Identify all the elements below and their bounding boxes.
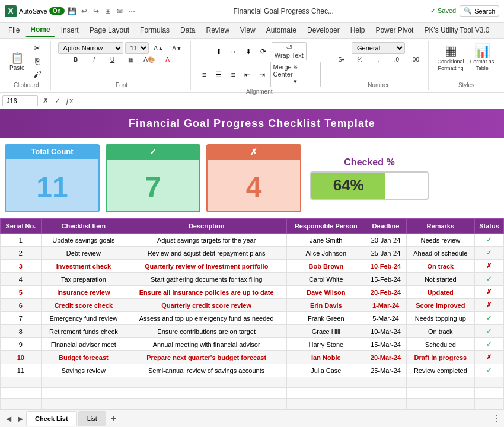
toolbar-icons: 💾 ↩ ↪ ⊞ ✉ ⋯ — [67, 6, 137, 17]
percent-btn[interactable]: % — [352, 55, 368, 64]
cell-1: Insurance review — [41, 286, 126, 299]
conditional-formatting-button[interactable]: ▦ Conditional Formatting — [436, 42, 465, 73]
status-cell: ✓ — [474, 364, 503, 377]
dollar-btn[interactable]: $▾ — [333, 55, 350, 64]
align-left-btn[interactable]: ≡ — [198, 69, 210, 80]
menu-powerpivot[interactable]: Power Pivot — [371, 24, 418, 36]
menu-formulas[interactable]: Formulas — [135, 24, 174, 36]
sheet-tab-list[interactable]: List — [78, 411, 106, 426]
cell-2: Adjust savings targets for the year — [126, 234, 287, 247]
insert-function-icon[interactable]: ƒx — [64, 95, 75, 106]
group-clipboard: 📋 Paste ✂ ⎘ 🖌 Clipboard — [2, 41, 51, 90]
confirm-formula-icon[interactable]: ✓ — [52, 95, 63, 106]
menu-insert[interactable]: Insert — [56, 24, 84, 36]
font-family-select[interactable]: Aptos Narrow — [58, 42, 123, 54]
conditional-format-icon: ▦ — [445, 43, 457, 59]
status-check-icon: ✓ — [486, 236, 492, 243]
empty-row — [1, 377, 504, 388]
decimal-dec-btn[interactable]: .00 — [407, 55, 423, 64]
cell-0: 3 — [1, 260, 42, 273]
menu-data[interactable]: Data — [176, 24, 200, 36]
format-painter-button[interactable]: 🖌 — [29, 68, 46, 80]
status-cell: ✓ — [474, 234, 503, 247]
text-direction-btn[interactable]: ⟳ — [257, 46, 270, 57]
font-color-button[interactable]: A — [160, 55, 176, 64]
align-top-btn[interactable]: ⬆ — [212, 46, 225, 57]
menu-developer[interactable]: Developer — [302, 24, 344, 36]
bold-button[interactable]: B — [68, 55, 84, 64]
add-sheet-button[interactable]: + — [107, 412, 120, 425]
alignment-label: Alignment — [246, 88, 272, 95]
table-row: 3Investment checkQuarterly review of inv… — [1, 260, 504, 273]
menu-pksutility[interactable]: PK's Utility Tool V3.0 — [419, 24, 494, 36]
border-button[interactable]: ▦ — [123, 55, 139, 64]
cut-button[interactable]: ✂ — [29, 42, 46, 54]
table-icon[interactable]: ⊞ — [103, 6, 113, 17]
redo-icon[interactable]: ↪ — [91, 6, 101, 17]
clipboard-btns: 📋 Paste ✂ ⎘ 🖌 — [7, 42, 46, 80]
col-desc: Description — [126, 219, 287, 234]
cell-3: Bob Brown — [287, 260, 365, 273]
status-cell: ✓ — [474, 247, 503, 260]
email-icon[interactable]: ✉ — [114, 6, 125, 17]
cell-0: 5 — [1, 286, 42, 299]
menu-automate[interactable]: Automate — [261, 24, 301, 36]
copy-button[interactable]: ⎘ — [29, 55, 46, 67]
formula-input[interactable] — [77, 97, 502, 105]
menu-review[interactable]: Review — [201, 24, 234, 36]
increase-font-btn[interactable]: A▲ — [151, 44, 167, 53]
merge-dropdown-icon[interactable]: ▾ — [294, 78, 297, 85]
format-table-icon: 📊 — [474, 43, 490, 59]
tab-next-btn[interactable]: ▶ — [14, 413, 26, 425]
cell-3: Julia Case — [287, 364, 365, 377]
underline-button[interactable]: U — [104, 55, 121, 64]
col-status: Status — [474, 219, 503, 234]
decrease-font-btn[interactable]: A▼ — [169, 44, 186, 53]
merge-center-button[interactable]: Merge & Center ▾ — [270, 62, 321, 87]
cell-4: 25-Jan-24 — [365, 247, 406, 260]
cell-0: 9 — [1, 338, 42, 351]
paste-button[interactable]: 📋 Paste — [7, 50, 27, 72]
menu-view[interactable]: View — [235, 24, 260, 36]
cell-3: Erin Davis — [287, 299, 365, 312]
italic-button[interactable]: I — [86, 55, 103, 64]
align-right-btn[interactable]: ≡ — [227, 69, 239, 80]
cell-reference-input[interactable] — [2, 95, 38, 106]
menu-pagelayout[interactable]: Page Layout — [85, 24, 134, 36]
align-bottom-btn[interactable]: ⬇ — [242, 46, 255, 57]
menu-help[interactable]: Help — [346, 24, 370, 36]
search-box[interactable]: 🔍 Search — [460, 5, 499, 17]
indent-less-btn[interactable]: ⇤ — [241, 69, 254, 80]
align-middle-btn[interactable]: ↔ — [227, 46, 240, 57]
undo-icon[interactable]: ↩ — [79, 6, 90, 17]
decimal-inc-btn[interactable]: .0 — [388, 55, 405, 64]
cancel-formula-icon[interactable]: ✗ — [40, 95, 51, 106]
cell-0: 10 — [1, 351, 42, 364]
group-alignment: ⬆ ↔ ⬇ ⟳ ⏎ Wrap Text ≡ ☰ ≡ ⇤ ⇥ Merge & Ce… — [193, 41, 326, 90]
autosave-toggle[interactable]: On — [49, 7, 65, 15]
status-check-icon: ✓ — [486, 314, 492, 321]
font-size-select[interactable]: 11 — [125, 42, 149, 54]
align-center-btn[interactable]: ☰ — [212, 69, 225, 80]
wrap-text-icon: ⏎ — [286, 44, 292, 52]
comma-btn[interactable]: , — [370, 55, 387, 64]
fill-color-button[interactable]: A🎨 — [141, 55, 158, 64]
cell-1: Tax preparation — [41, 273, 126, 286]
save-icon[interactable]: 💾 — [67, 6, 78, 17]
menu-home[interactable]: Home — [25, 24, 55, 37]
wrap-text-button[interactable]: ⏎ Wrap Text — [272, 42, 307, 60]
status-x-icon: ✗ — [486, 288, 492, 295]
number-format-select[interactable]: General — [352, 42, 405, 54]
sheet-tab-checklist[interactable]: Check List — [26, 411, 77, 426]
tab-menu-button[interactable]: ⋮ — [492, 413, 502, 424]
tab-prev-btn[interactable]: ◀ — [2, 413, 14, 425]
table-header-row: Serial No. Checklist Item Description Re… — [1, 219, 504, 234]
col-deadline: Deadline — [365, 219, 406, 234]
unchecked-card: ✗ 4 — [206, 144, 301, 212]
menu-file[interactable]: File — [4, 24, 24, 36]
format-as-table-button[interactable]: 📊 Format as Table — [467, 42, 497, 73]
total-count-label: Total Count — [5, 144, 100, 159]
indent-more-btn[interactable]: ⇥ — [256, 69, 268, 80]
unchecked-number: 4 — [246, 171, 262, 203]
more-icon[interactable]: ⋯ — [126, 6, 137, 17]
